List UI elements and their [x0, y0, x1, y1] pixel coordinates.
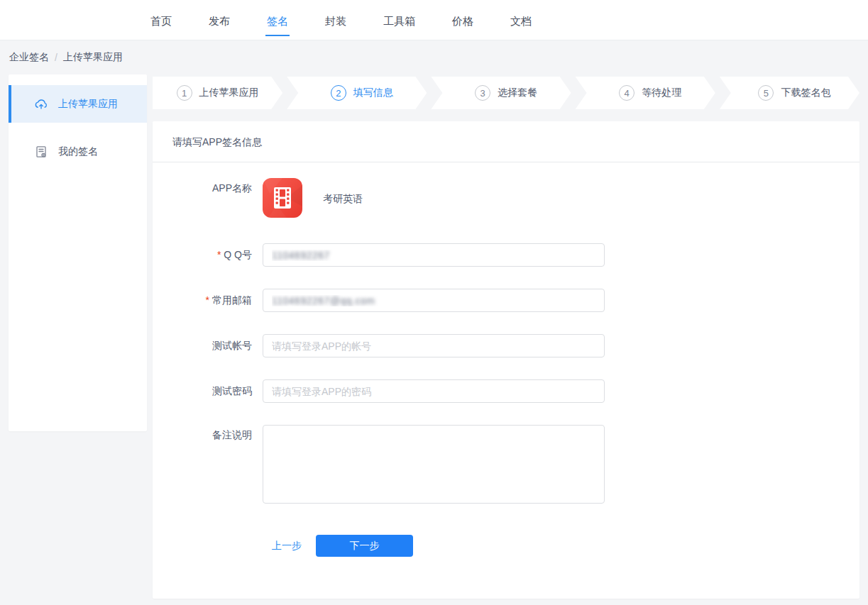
sidebar-item-my-signatures[interactable]: 我的签名: [9, 133, 147, 170]
main-nav: 首页 发布 签名 封装 工具箱 价格 文档: [149, 4, 533, 36]
nav-item-package[interactable]: 封装: [324, 4, 348, 36]
nav-item-toolbox[interactable]: 工具箱: [382, 4, 417, 36]
qq-input[interactable]: [263, 243, 605, 267]
content-area: 上传苹果应用 我的签名 1 上传苹果应用 2: [0, 74, 868, 599]
remark-row: 备注说明: [172, 425, 859, 504]
cloud-upload-icon: [34, 97, 48, 111]
nav-item-publish[interactable]: 发布: [207, 4, 231, 36]
sidebar: 上传苹果应用 我的签名: [9, 74, 147, 431]
film-app-icon: [263, 178, 302, 218]
sidebar-item-upload-ios-app[interactable]: 上传苹果应用: [9, 85, 147, 123]
nav-item-sign[interactable]: 签名: [265, 4, 290, 36]
breadcrumb: 企业签名 / 上传苹果应用: [0, 40, 868, 74]
step-label: 下载签名包: [781, 87, 830, 99]
step-1-upload-app: 1 上传苹果应用: [153, 77, 282, 109]
required-asterisk: *: [217, 249, 221, 260]
step-number: 3: [475, 85, 490, 101]
app-name-value: 考研英语: [323, 193, 363, 206]
signature-doc-icon: [34, 145, 48, 159]
breadcrumb-enterprise-sign[interactable]: 企业签名: [9, 51, 49, 64]
breadcrumb-upload-ios-app[interactable]: 上传苹果应用: [63, 51, 123, 64]
form-panel: 请填写APP签名信息 APP名称: [153, 121, 859, 599]
step-5-download-package: 5 下载签名包: [720, 77, 859, 109]
steps-bar: 1 上传苹果应用 2 填写信息 3 选择套餐 4 等待处理 5 下载签名包: [153, 77, 859, 109]
sidebar-item-label: 上传苹果应用: [58, 98, 118, 111]
test-password-input[interactable]: [263, 379, 605, 403]
nav-item-home[interactable]: 首页: [149, 4, 173, 36]
panel-title: 请填写APP签名信息: [153, 121, 859, 162]
remark-textarea[interactable]: [263, 425, 605, 504]
step-label: 上传苹果应用: [199, 87, 259, 99]
step-label: 选择套餐: [498, 87, 537, 99]
breadcrumb-separator: /: [55, 52, 57, 63]
prev-step-button[interactable]: 上一步: [272, 540, 302, 553]
sidebar-item-label: 我的签名: [58, 145, 98, 158]
test-password-label: 测试密码: [172, 385, 252, 398]
test-account-label: 测试帐号: [172, 340, 252, 353]
step-number: 1: [177, 85, 192, 101]
remark-label: 备注说明: [172, 429, 252, 442]
form-actions: 上一步 下一步: [272, 535, 859, 557]
step-2-fill-info: 2 填写信息: [287, 77, 427, 109]
step-number: 4: [619, 85, 634, 101]
app-name-row: APP名称: [172, 178, 859, 218]
email-row: *常用邮箱: [172, 289, 859, 312]
step-number: 2: [331, 85, 346, 101]
test-password-row: 测试密码: [172, 379, 859, 403]
email-input[interactable]: [263, 289, 605, 312]
signature-form: APP名称: [153, 162, 859, 557]
step-3-choose-plan: 3 选择套餐: [431, 77, 571, 109]
test-account-row: 测试帐号: [172, 334, 859, 357]
required-asterisk: *: [206, 294, 209, 306]
nav-item-docs[interactable]: 文档: [509, 4, 533, 36]
top-navbar: 首页 发布 签名 封装 工具箱 价格 文档: [0, 0, 868, 40]
email-label: *常用邮箱: [172, 294, 252, 307]
step-4-wait-processing: 4 等待处理: [576, 77, 715, 109]
qq-label: *Q Q号: [172, 249, 252, 262]
test-account-input[interactable]: [263, 334, 605, 357]
qq-row: *Q Q号: [172, 243, 859, 267]
nav-item-price[interactable]: 价格: [451, 4, 475, 36]
main-column: 1 上传苹果应用 2 填写信息 3 选择套餐 4 等待处理 5 下载签名包 请填…: [153, 77, 859, 599]
next-step-button[interactable]: 下一步: [316, 535, 413, 557]
step-label: 填写信息: [353, 87, 393, 99]
step-number: 5: [758, 85, 774, 101]
app-name-label: APP名称: [172, 182, 252, 195]
step-label: 等待处理: [642, 87, 681, 99]
